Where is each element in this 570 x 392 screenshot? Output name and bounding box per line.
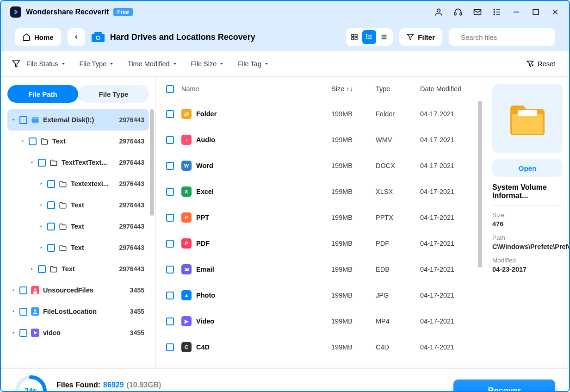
table-row[interactable]: ▲Photo199MBJPG04-17-2021 (156, 282, 486, 308)
sidebar: File Path File Type External Disk(I:)297… (1, 77, 156, 368)
row-name: WWord (181, 161, 324, 171)
table-row[interactable]: PPPT199MBPPTX04-17-2021 (156, 205, 486, 230)
tree-item[interactable]: video3455 (7, 322, 149, 343)
tree-item[interactable]: External Disk(I:)2976443 (7, 109, 149, 131)
tree-item[interactable]: Text2976443 (7, 258, 149, 280)
headset-icon[interactable] (453, 7, 463, 17)
col-name[interactable]: Name (181, 85, 324, 93)
free-badge: Free (113, 8, 132, 16)
reset-icon (527, 60, 534, 68)
tree-item[interactable]: Text2976443 (7, 131, 149, 152)
account-icon[interactable] (434, 7, 443, 17)
tree-checkbox[interactable] (47, 180, 55, 188)
row-date: 04-17-2021 (420, 343, 476, 351)
filter-file-type[interactable]: File Type (80, 60, 114, 68)
tree-checkbox[interactable] (47, 244, 55, 252)
row-type: PPTX (376, 214, 413, 221)
tab-file-type[interactable]: File Type (78, 85, 149, 103)
tree-checkbox[interactable] (38, 159, 46, 167)
table-row[interactable]: ▶Video199MBMP404-17-2021 (156, 308, 486, 334)
select-all-checkbox[interactable] (166, 85, 174, 93)
table-row[interactable]: CC4D199MBC4D04-17-2021 (156, 334, 486, 360)
view-grid-button[interactable] (347, 30, 361, 44)
row-checkbox[interactable] (166, 162, 174, 170)
file-icon: ♪ (181, 135, 192, 145)
funnel-icon (12, 60, 20, 68)
table-row[interactable]: XExcel199MBXLSX04-17-2021 (156, 179, 486, 205)
home-label: Home (34, 33, 54, 41)
row-checkbox[interactable] (166, 266, 174, 274)
mail-icon[interactable] (473, 7, 482, 17)
minimize-icon[interactable] (512, 7, 521, 17)
col-date[interactable]: Date Modified (420, 85, 476, 93)
open-button[interactable]: Open (492, 159, 563, 177)
filter-file-tag[interactable]: File Tag (238, 60, 269, 68)
table-scrollbar[interactable] (478, 101, 482, 268)
svg-rect-25 (366, 37, 367, 37)
close-icon[interactable] (551, 7, 560, 17)
filter-time-modified[interactable]: Time Modified (128, 60, 177, 68)
table-row[interactable]: 📁Folder199MBFolder04-17-2021 (156, 101, 486, 127)
svg-rect-14 (92, 34, 105, 42)
row-size: 199MB (331, 240, 368, 247)
svg-point-50 (33, 291, 37, 294)
col-type[interactable]: Type (376, 85, 413, 93)
table-row[interactable]: PPDF199MBPDF04-17-2021 (156, 230, 486, 256)
svg-point-0 (437, 9, 440, 12)
tree-item-count: 2976443 (119, 159, 144, 166)
tree-checkbox[interactable] (19, 329, 27, 337)
row-checkbox[interactable] (166, 110, 174, 118)
tree-checkbox[interactable] (19, 286, 27, 294)
tree-item[interactable]: Text2976443 (7, 237, 149, 258)
row-checkbox[interactable] (166, 343, 174, 351)
row-date: 04-17-2021 (420, 136, 476, 143)
tree-item[interactable]: FileLostLocation3455 (7, 301, 149, 322)
row-checkbox[interactable] (166, 136, 174, 144)
view-list-button[interactable] (362, 30, 376, 44)
filter-button[interactable]: Filter (399, 28, 442, 46)
back-button[interactable] (68, 28, 85, 46)
titlebar-left: Wondershare Recoverit Free (10, 6, 133, 18)
tree-item-label: FileLostLocation (43, 308, 126, 315)
tree-checkbox[interactable] (47, 223, 55, 230)
file-icon: P (181, 212, 192, 223)
filter-file-status[interactable]: File Status (26, 60, 66, 68)
tree-item[interactable]: TextTextText...2976443 (7, 152, 149, 173)
tree-item[interactable]: Textextexi...2976443 (7, 173, 149, 194)
tree-item-label: TextTextText... (62, 159, 115, 166)
view-menu-button[interactable] (377, 30, 391, 44)
row-checkbox[interactable] (166, 292, 174, 299)
home-icon (22, 33, 31, 41)
tree-item[interactable]: Text2976443 (7, 216, 149, 237)
table-row[interactable]: WWord199MBDOCX04-17-2021 (156, 153, 486, 179)
tree-checkbox[interactable] (19, 116, 27, 124)
tree-item[interactable]: Text2976443 (7, 194, 149, 216)
tree-item-icon (50, 158, 58, 167)
svg-marker-44 (41, 225, 42, 228)
tree-checkbox[interactable] (19, 308, 27, 316)
row-checkbox[interactable] (166, 240, 174, 248)
tree-item[interactable]: UnsourcedFiles3455 (7, 280, 149, 301)
row-checkbox[interactable] (166, 317, 174, 325)
svg-marker-33 (13, 61, 20, 67)
row-checkbox[interactable] (166, 188, 174, 196)
tree-checkbox[interactable] (47, 201, 55, 209)
tree-item-label: External Disk(I:) (43, 116, 115, 124)
reset-button[interactable]: Reset (527, 60, 555, 68)
home-button[interactable]: Home (15, 28, 61, 46)
tree-checkbox[interactable] (38, 265, 46, 273)
table-row[interactable]: ♪Audio199MBWMV04-17-2021 (156, 127, 486, 153)
search-wrap[interactable] (449, 28, 555, 46)
sidebar-scrollbar[interactable] (150, 109, 154, 216)
row-checkbox[interactable] (166, 214, 174, 222)
filter-file-size[interactable]: File Size (191, 60, 224, 68)
list-icon[interactable] (492, 7, 502, 17)
maximize-icon[interactable] (531, 7, 540, 17)
table-row[interactable]: ✉Email199MBEDB04-17-2021 (156, 256, 486, 282)
tree-checkbox[interactable] (29, 137, 37, 145)
tab-file-path[interactable]: File Path (7, 85, 78, 103)
col-size[interactable]: Size ↑↓ (331, 85, 368, 93)
search-input[interactable] (461, 33, 549, 41)
recover-button[interactable]: Recover (453, 380, 555, 392)
row-type: C4D (376, 343, 413, 351)
